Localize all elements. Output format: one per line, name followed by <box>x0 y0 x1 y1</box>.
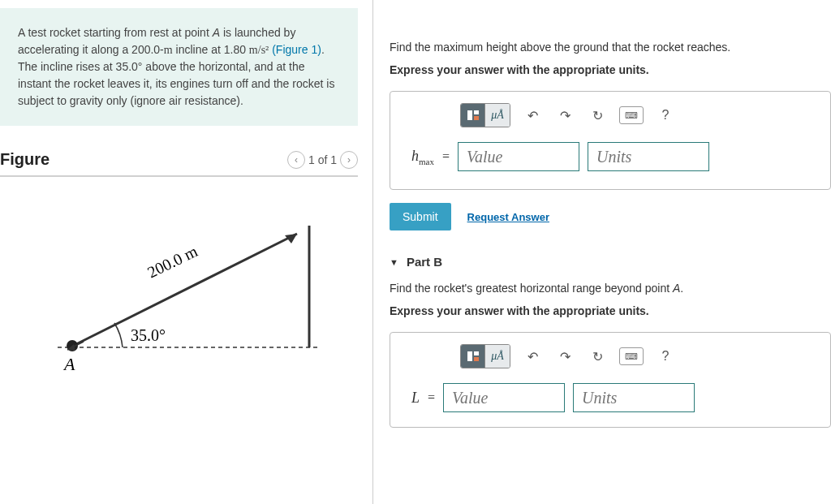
submit-button[interactable]: Submit <box>390 203 451 230</box>
point-a-ref: A <box>213 26 220 39</box>
units-picker-button[interactable]: μÅ <box>485 345 510 368</box>
part-b-answer-block: μÅ ↶ ↷ ↻ ⌨ ? L = <box>390 332 831 428</box>
svg-rect-11 <box>474 351 479 355</box>
part-b-answer-row: L = <box>411 383 817 412</box>
svg-rect-9 <box>474 116 479 120</box>
svg-rect-7 <box>467 110 472 120</box>
part-a-prompt: Find the maximum height above the ground… <box>390 41 831 54</box>
problem-statement: A test rocket starting from rest at poin… <box>0 8 358 126</box>
part-a-answer-row: hmax = <box>411 142 817 171</box>
figure-nav: ‹ 1 of 1 › <box>287 151 358 169</box>
templates-icon[interactable] <box>461 104 485 127</box>
part-b-title: Part B <box>407 255 442 269</box>
format-buttons-b: μÅ <box>460 344 510 368</box>
part-b-variable: L <box>411 390 420 407</box>
equals-sign: = <box>442 149 450 164</box>
undo-icon[interactable]: ↶ <box>522 346 543 367</box>
figure-next-button[interactable]: › <box>340 151 358 169</box>
part-a-variable: hmax <box>411 148 434 166</box>
part-a-section: Find the maximum height above the ground… <box>390 41 831 230</box>
answer-toolbar-b: μÅ ↶ ↷ ↻ ⌨ ? <box>460 344 817 368</box>
answer-toolbar: μÅ ↶ ↷ ↻ ⌨ ? <box>460 103 817 127</box>
part-a-answer-block: μÅ ↶ ↷ ↻ ⌨ ? hmax = <box>390 91 831 190</box>
part-b-units-input[interactable] <box>573 383 695 412</box>
part-a-submit-row: Submit Request Answer <box>390 203 831 230</box>
keyboard-icon[interactable]: ⌨ <box>619 106 644 124</box>
point-a-label: A <box>62 354 75 374</box>
help-icon[interactable]: ? <box>655 105 676 126</box>
figure-heading: Figure <box>0 150 50 169</box>
incline-length-label: 200.0 m <box>144 242 200 282</box>
redo-icon[interactable]: ↷ <box>554 105 575 126</box>
svg-rect-8 <box>474 110 479 114</box>
part-a-value-input[interactable] <box>458 142 579 171</box>
help-icon[interactable]: ? <box>655 346 676 367</box>
equals-sign: = <box>428 390 435 405</box>
answer-panel: Find the maximum height above the ground… <box>373 0 831 504</box>
problem-panel: A test rocket starting from rest at poin… <box>0 0 373 504</box>
incline-angle-label: 35.0° <box>131 326 166 344</box>
problem-text: A test rocket starting from rest at poin… <box>18 26 213 39</box>
part-a-instruction: Express your answer with the appropriate… <box>390 63 831 76</box>
format-buttons: μÅ <box>460 103 510 127</box>
templates-icon[interactable] <box>461 345 485 368</box>
part-b-prompt: Find the rocket's greatest horizontal ra… <box>390 282 831 295</box>
part-b-value-input[interactable] <box>443 383 565 412</box>
part-b-header[interactable]: ▼ Part B <box>390 255 831 269</box>
figure-counter: 1 of 1 <box>308 153 337 166</box>
reset-icon[interactable]: ↻ <box>587 346 608 367</box>
figure-prev-button[interactable]: ‹ <box>287 151 305 169</box>
figure-diagram: 200.0 m 35.0° A <box>0 201 358 380</box>
reset-icon[interactable]: ↻ <box>587 105 608 126</box>
chevron-down-icon: ▼ <box>390 257 398 267</box>
part-b-instruction: Express your answer with the appropriate… <box>390 304 831 317</box>
part-a-units-input[interactable] <box>588 142 709 171</box>
keyboard-icon[interactable]: ⌨ <box>619 347 644 365</box>
figure-reference-link[interactable]: (Figure 1) <box>272 43 321 56</box>
part-b-section: ▼ Part B Find the rocket's greatest hori… <box>390 255 831 428</box>
figure-header: Figure ‹ 1 of 1 › <box>0 150 358 177</box>
svg-rect-10 <box>467 351 472 361</box>
request-answer-link[interactable]: Request Answer <box>467 211 549 223</box>
units-picker-button[interactable]: μÅ <box>485 104 510 127</box>
undo-icon[interactable]: ↶ <box>522 105 543 126</box>
svg-rect-12 <box>474 357 479 361</box>
redo-icon[interactable]: ↷ <box>554 346 575 367</box>
